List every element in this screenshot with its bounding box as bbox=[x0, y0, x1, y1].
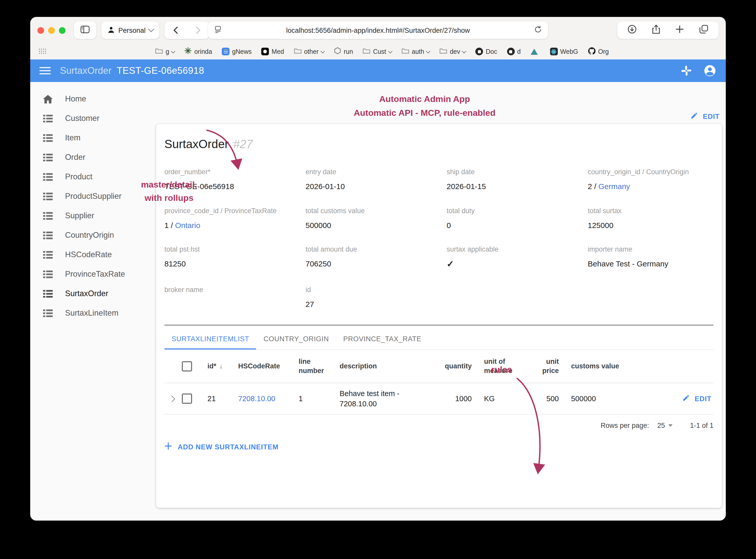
chevron-down-icon bbox=[321, 49, 325, 53]
col-header-unit-price[interactable]: unit price bbox=[531, 354, 569, 379]
bookmark-orinda[interactable]: orinda bbox=[185, 47, 212, 56]
field-province-code: province_code_id / ProvinceTaxRate 1 / O… bbox=[164, 206, 290, 230]
forward-button[interactable] bbox=[187, 22, 210, 39]
reload-icon[interactable] bbox=[534, 25, 542, 35]
rows-per-page-label: Rows per page: bbox=[600, 422, 649, 430]
hscoderate-link[interactable]: 7208.10.00 bbox=[238, 395, 275, 403]
bookmark-folder-other[interactable]: other bbox=[294, 48, 324, 55]
bookmark-med[interactable]: Med bbox=[261, 48, 284, 55]
section-divider bbox=[164, 325, 713, 326]
related-tabs: SURTAXLINEITEMLIST COUNTRY_ORIGIN PROVIN… bbox=[164, 327, 713, 350]
field-order-number: order_number* TEST-GE-06e56918 bbox=[164, 167, 290, 192]
cell-id: 21 bbox=[205, 391, 236, 407]
col-header-line-number[interactable]: line number bbox=[297, 354, 338, 379]
bookmark-folder-dev[interactable]: dev bbox=[439, 48, 465, 55]
row-edit-button[interactable]: EDIT bbox=[682, 394, 711, 403]
select-all-checkbox[interactable] bbox=[182, 361, 192, 372]
window-controls bbox=[38, 27, 66, 33]
sidebar-item-countryorigin[interactable]: CountryOrigin bbox=[30, 225, 156, 245]
zoom-window-button[interactable] bbox=[59, 27, 66, 33]
list-icon bbox=[43, 290, 53, 297]
tab-surtaxlineitemlist[interactable]: SURTAXLINEITEMLIST bbox=[164, 327, 256, 350]
rows-per-page-select[interactable]: 25 bbox=[657, 422, 672, 430]
field-total-pst-hst: total pst hst 81250 bbox=[164, 245, 290, 271]
table-row: 21 7208.10.00 1 Behave test item - 7208.… bbox=[164, 383, 713, 415]
edit-button[interactable]: EDIT bbox=[690, 112, 719, 121]
bookmark-d[interactable]: d bbox=[507, 48, 521, 55]
bookmark-doc[interactable]: Doc bbox=[476, 48, 497, 55]
sidebar-item-product[interactable]: Product bbox=[30, 167, 156, 186]
bookmark-webg[interactable]: WebG bbox=[550, 48, 578, 55]
bookmark-folder-g[interactable]: g bbox=[156, 48, 175, 55]
cell-unit-of-measure: KG bbox=[482, 391, 531, 407]
toolbar-right-buttons bbox=[617, 22, 718, 39]
back-button[interactable] bbox=[165, 22, 187, 39]
gnews-icon bbox=[222, 48, 229, 55]
sidebar-item-customer[interactable]: Customer bbox=[30, 109, 156, 128]
list-icon bbox=[43, 212, 53, 220]
col-header-customs-value[interactable]: customs value bbox=[569, 359, 623, 375]
col-header-description[interactable]: description bbox=[338, 359, 436, 375]
account-circle-icon[interactable] bbox=[703, 64, 716, 77]
minimize-window-button[interactable] bbox=[48, 27, 55, 33]
field-id: id 27 bbox=[305, 285, 431, 310]
dropdown-caret-icon bbox=[668, 425, 672, 427]
sidebar-item-surtaxlineitem[interactable]: SurtaxLineItem bbox=[30, 303, 156, 323]
sidebar-item-supplier[interactable]: Supplier bbox=[30, 206, 156, 225]
profile-menu-button[interactable]: Personal bbox=[101, 22, 160, 39]
sidebar-item-productsupplier[interactable]: ProductSupplier bbox=[30, 186, 156, 206]
address-bar[interactable]: localhost:5656/admin-app/index.html#/Sur… bbox=[208, 22, 548, 39]
list-icon bbox=[43, 270, 53, 278]
bookmark-folder-auth[interactable]: auth bbox=[402, 48, 430, 55]
bookmark-triangle[interactable] bbox=[530, 48, 540, 54]
bookmark-org[interactable]: Org bbox=[588, 47, 609, 56]
chevron-down-icon bbox=[462, 49, 466, 53]
country-origin-link[interactable]: Germany bbox=[598, 182, 630, 191]
close-window-button[interactable] bbox=[38, 27, 44, 33]
pencil-icon bbox=[690, 112, 698, 121]
nav-buttons bbox=[165, 22, 210, 39]
grid-dots-icon[interactable] bbox=[39, 47, 47, 56]
sidebar-item-home[interactable]: Home bbox=[30, 89, 156, 109]
pagination-range: 1-1 of 1 bbox=[690, 422, 713, 430]
field-broker-name: broker name bbox=[164, 285, 290, 310]
sidebar-item-order[interactable]: Order bbox=[30, 148, 156, 167]
cell-quantity: 1000 bbox=[436, 391, 482, 407]
field-importer-name: importer name Behave Test - Germany bbox=[588, 245, 713, 271]
sidebar-item-provincetaxrate[interactable]: ProvinceTaxRate bbox=[30, 264, 156, 284]
col-header-unit-of-measure[interactable]: unit of measure bbox=[482, 354, 531, 379]
detail-card: SurtaxOrder#27 order_number* TEST-GE-06e… bbox=[156, 124, 722, 508]
downloads-icon[interactable] bbox=[627, 25, 637, 36]
col-header-quantity[interactable]: quantity bbox=[436, 359, 482, 375]
plus-icon bbox=[164, 443, 172, 452]
page-format-icon[interactable] bbox=[214, 25, 222, 35]
slack-icon[interactable] bbox=[681, 65, 692, 76]
github-icon bbox=[588, 47, 596, 56]
share-icon[interactable] bbox=[652, 24, 660, 36]
row-checkbox[interactable] bbox=[182, 394, 192, 404]
tab-province-tax-rate[interactable]: PROVINCE_TAX_RATE bbox=[336, 327, 429, 350]
sidebar-item-surtaxorder[interactable]: SurtaxOrder bbox=[30, 284, 156, 303]
pagination-bar: Rows per page: 25 1-1 of 1 bbox=[164, 422, 713, 430]
sidebar-toggle-button[interactable] bbox=[74, 22, 96, 39]
expand-row-icon[interactable] bbox=[168, 396, 175, 402]
chevron-down-icon bbox=[148, 26, 154, 32]
person-icon bbox=[108, 26, 115, 35]
col-header-id[interactable]: id*↓ bbox=[205, 359, 236, 375]
sidebar-item-hscoderate[interactable]: HSCodeRate bbox=[30, 245, 156, 264]
sidebar-item-item[interactable]: Item bbox=[30, 128, 156, 148]
add-new-surtaxlineitem-button[interactable]: ADD NEW SURTAXLINEITEM bbox=[164, 443, 713, 452]
tab-overview-icon[interactable] bbox=[699, 25, 708, 36]
field-total-surtax: total surtax 125000 bbox=[588, 206, 713, 230]
medium-icon bbox=[261, 48, 269, 55]
tab-country-origin[interactable]: COUNTRY_ORIGIN bbox=[256, 327, 336, 350]
col-header-hscoderate[interactable]: HSCodeRate bbox=[236, 359, 297, 375]
new-tab-icon[interactable] bbox=[675, 25, 684, 35]
bookmark-run[interactable]: run bbox=[334, 47, 353, 56]
bookmark-folder-cust[interactable]: Cust bbox=[363, 48, 392, 55]
province-tax-rate-link[interactable]: Ontario bbox=[175, 221, 200, 229]
sidebar-nav: Home Customer Item Order Product Product… bbox=[30, 82, 156, 520]
hamburger-menu-icon[interactable] bbox=[40, 67, 51, 74]
bookmark-gnews[interactable]: gNews bbox=[222, 48, 251, 55]
folder-icon bbox=[294, 48, 301, 55]
